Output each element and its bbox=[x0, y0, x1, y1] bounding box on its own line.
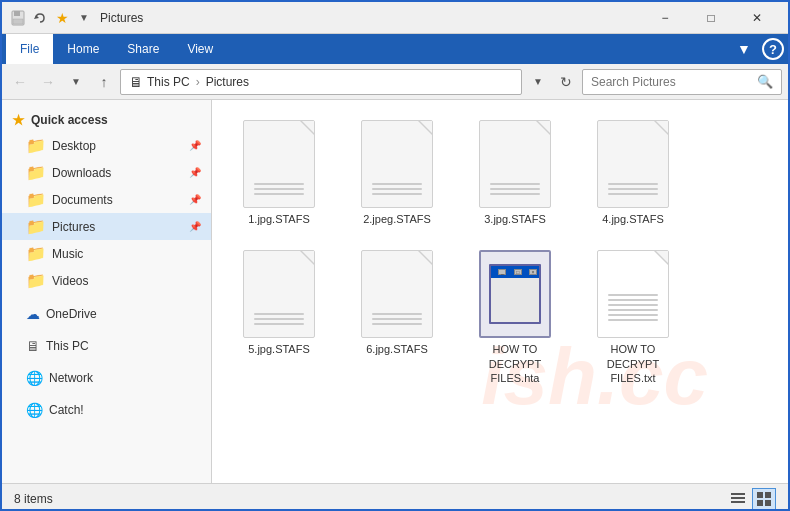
file-item-3[interactable]: 3.jpg.STAFS bbox=[460, 112, 570, 234]
svg-rect-5 bbox=[731, 497, 745, 499]
file-item-6[interactable]: 6.jpg.STAFS bbox=[342, 242, 452, 393]
sidebar-item-pictures[interactable]: 📁 Pictures 📌 bbox=[2, 213, 211, 240]
path-segment: 🖥 This PC › Pictures bbox=[129, 74, 249, 90]
minimize-button[interactable]: − bbox=[642, 2, 688, 34]
sidebar-item-catch[interactable]: 🌐 Catch! bbox=[2, 398, 211, 422]
expand-button[interactable]: ▼ bbox=[64, 70, 88, 94]
path-icon: 🖥 bbox=[129, 74, 143, 90]
file-item-4[interactable]: 4.jpg.STAFS bbox=[578, 112, 688, 234]
search-box[interactable]: 🔍 bbox=[582, 69, 782, 95]
grid-view-button[interactable] bbox=[752, 488, 776, 510]
star-icon: ★ bbox=[12, 112, 25, 128]
sidebar-item-desktop[interactable]: 📁 Desktop 📌 bbox=[2, 132, 211, 159]
file-label: 4.jpg.STAFS bbox=[602, 212, 664, 226]
sidebar-divider-4 bbox=[2, 390, 211, 398]
file-line bbox=[608, 188, 658, 190]
item-count: 8 items bbox=[14, 492, 53, 506]
svg-rect-9 bbox=[757, 500, 763, 506]
file-icon-generic bbox=[243, 250, 315, 338]
folder-icon: 📁 bbox=[26, 244, 46, 263]
svg-marker-3 bbox=[34, 15, 39, 19]
menu-tab-home[interactable]: Home bbox=[53, 34, 113, 64]
close-button[interactable]: ✕ bbox=[734, 2, 780, 34]
maximize-button[interactable]: □ bbox=[688, 2, 734, 34]
menu-tab-view[interactable]: View bbox=[173, 34, 227, 64]
properties-icon[interactable]: ★ bbox=[54, 10, 70, 26]
sidebar-item-onedrive[interactable]: ☁ OneDrive bbox=[2, 302, 211, 326]
dropdown-icon[interactable]: ▼ bbox=[76, 10, 92, 26]
file-line bbox=[254, 188, 304, 190]
hta-btn-max: □ bbox=[514, 269, 522, 275]
quick-access-header[interactable]: ★ Quick access bbox=[2, 108, 211, 132]
sidebar-item-documents[interactable]: 📁 Documents 📌 bbox=[2, 186, 211, 213]
file-line bbox=[608, 193, 658, 195]
up-button[interactable]: ↑ bbox=[92, 70, 116, 94]
sidebar-item-label: Pictures bbox=[52, 220, 95, 234]
title-bar: ★ ▼ Pictures − □ ✕ bbox=[2, 2, 788, 34]
path-thispc[interactable]: This PC bbox=[147, 75, 190, 89]
file-line bbox=[490, 188, 540, 190]
sidebar-item-network[interactable]: 🌐 Network bbox=[2, 366, 211, 390]
status-bar: 8 items bbox=[2, 483, 788, 511]
file-icon-generic bbox=[479, 120, 551, 208]
file-lines bbox=[254, 313, 304, 325]
sidebar-divider bbox=[2, 294, 211, 302]
file-line bbox=[372, 323, 422, 325]
path-dropdown-button[interactable]: ▼ bbox=[526, 70, 550, 94]
folder-icon: 📁 bbox=[26, 163, 46, 182]
sidebar-item-label: Catch! bbox=[49, 403, 84, 417]
file-lines bbox=[254, 183, 304, 195]
quick-access-label: Quick access bbox=[31, 113, 108, 127]
sidebar-item-label: OneDrive bbox=[46, 307, 97, 321]
file-item-2[interactable]: 2.jpeg.STAFS bbox=[342, 112, 452, 234]
file-item-1[interactable]: 1.jpg.STAFS bbox=[224, 112, 334, 234]
address-path[interactable]: 🖥 This PC › Pictures bbox=[120, 69, 522, 95]
sidebar-item-videos[interactable]: 📁 Videos bbox=[2, 267, 211, 294]
sidebar-item-downloads[interactable]: 📁 Downloads 📌 bbox=[2, 159, 211, 186]
file-lines bbox=[372, 183, 422, 195]
svg-rect-8 bbox=[765, 492, 771, 498]
hta-btn-min: _ bbox=[498, 269, 506, 275]
help-button[interactable]: ? bbox=[762, 38, 784, 60]
file-lines bbox=[608, 183, 658, 195]
menu-tab-file[interactable]: File bbox=[6, 34, 53, 64]
svg-rect-2 bbox=[13, 19, 23, 24]
file-label: 5.jpg.STAFS bbox=[248, 342, 310, 356]
file-line bbox=[372, 193, 422, 195]
undo-icon[interactable] bbox=[32, 10, 48, 26]
sidebar-item-music[interactable]: 📁 Music bbox=[2, 240, 211, 267]
menu-tab-share[interactable]: Share bbox=[113, 34, 173, 64]
path-pictures[interactable]: Pictures bbox=[206, 75, 249, 89]
sidebar-item-thispc[interactable]: 🖥 This PC bbox=[2, 334, 211, 358]
file-item-hta[interactable]: _ □ × HOW TO DECRYPT FILES.hta bbox=[460, 242, 570, 393]
file-item-5[interactable]: 5.jpg.STAFS bbox=[224, 242, 334, 393]
file-line bbox=[254, 183, 304, 185]
window-title: Pictures bbox=[100, 11, 642, 25]
file-item-txt[interactable]: HOW TO DECRYPT FILES.txt bbox=[578, 242, 688, 393]
pin-icon: 📌 bbox=[189, 221, 201, 232]
save-icon[interactable] bbox=[10, 10, 26, 26]
path-separator: › bbox=[196, 75, 200, 89]
file-line bbox=[490, 183, 540, 185]
refresh-button[interactable]: ↻ bbox=[554, 70, 578, 94]
file-line bbox=[372, 313, 422, 315]
file-line bbox=[254, 323, 304, 325]
file-line bbox=[254, 318, 304, 320]
list-view-button[interactable] bbox=[726, 488, 750, 510]
file-icon-generic bbox=[361, 250, 433, 338]
catch-icon: 🌐 bbox=[26, 402, 43, 418]
sidebar-item-label: Videos bbox=[52, 274, 88, 288]
file-line bbox=[608, 304, 658, 306]
search-icon[interactable]: 🔍 bbox=[757, 74, 773, 89]
chevron-down-icon[interactable]: ▼ bbox=[732, 37, 756, 61]
search-input[interactable] bbox=[591, 75, 753, 89]
file-line bbox=[608, 183, 658, 185]
file-icon-generic bbox=[361, 120, 433, 208]
sidebar-item-label: This PC bbox=[46, 339, 89, 353]
menu-bar: File Home Share View ▼ ? bbox=[2, 34, 788, 64]
sidebar-item-label: Network bbox=[49, 371, 93, 385]
back-button[interactable]: ← bbox=[8, 70, 32, 94]
file-label: 1.jpg.STAFS bbox=[248, 212, 310, 226]
file-line bbox=[490, 193, 540, 195]
forward-button[interactable]: → bbox=[36, 70, 60, 94]
